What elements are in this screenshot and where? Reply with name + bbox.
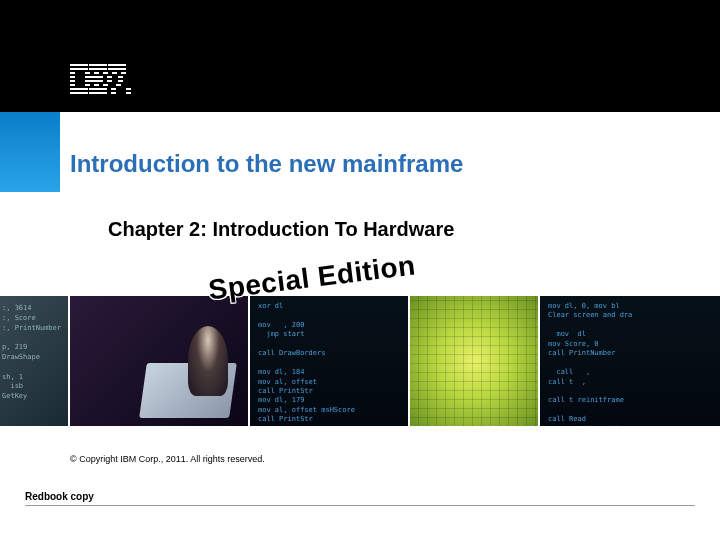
banner-panel-code-right: mov dl, 0, mov bl Clear screen and dra m… [540, 296, 720, 426]
code-snippet: xor dl mov , 200 jmp start call DrawBord… [258, 302, 355, 425]
banner-panel-code-center: xor dl mov , 200 jmp start call DrawBord… [250, 296, 410, 426]
chapter-heading: Chapter 2: Introduction To Hardware [108, 218, 454, 241]
code-snippet: :, 3614 :, Score :, PrintNumber p, 219 D… [2, 304, 61, 402]
banner-panel-code-left: :, 3614 :, Score :, PrintNumber p, 219 D… [0, 296, 70, 426]
accent-strip [0, 112, 60, 192]
banner-panel-chip [410, 296, 540, 426]
banner-panel-person [70, 296, 250, 426]
footer-rule [25, 505, 695, 506]
page-title: Introduction to the new mainframe [70, 150, 463, 178]
ibm-logo [70, 64, 131, 94]
image-banner: :, 3614 :, Score :, PrintNumber p, 219 D… [0, 296, 720, 426]
redbook-label: Redbook copy [25, 491, 94, 502]
header-bar [0, 0, 720, 112]
code-snippet: mov dl, 0, mov bl Clear screen and dra m… [548, 302, 632, 426]
copyright-text: © Copyright IBM Corp., 2011. All rights … [70, 454, 265, 464]
